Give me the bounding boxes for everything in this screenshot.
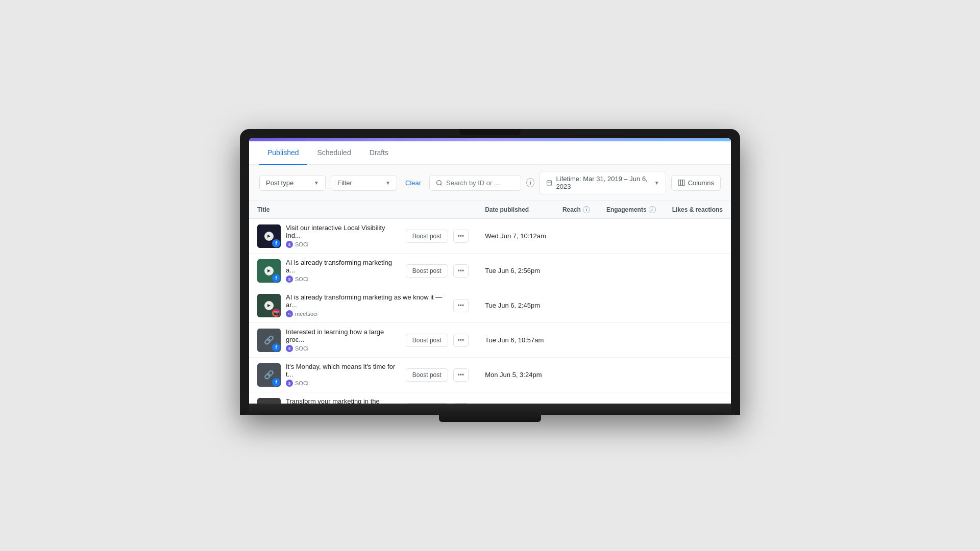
likes-cell-0: [664, 219, 731, 254]
post-account: S SOCi: [286, 241, 401, 248]
laptop-wrapper: Published Scheduled Drafts Post type ▼: [240, 129, 740, 422]
likes-cell-5: [664, 392, 731, 404]
app-container: Published Scheduled Drafts Post type ▼: [249, 138, 731, 404]
filter-dropdown[interactable]: Filter ▼: [331, 175, 397, 191]
info-icon[interactable]: i: [526, 178, 534, 187]
col-likes-reactions: Likes & reactions: [664, 201, 731, 219]
post-cell-4: 🔗 f It's Monday, which means it's time f…: [249, 358, 477, 392]
post-title: Transform your marketing in the manuf...: [286, 397, 401, 404]
soci-logo: S: [286, 241, 293, 248]
more-options-button[interactable]: •••: [453, 230, 469, 243]
more-options-button[interactable]: •••: [453, 299, 469, 312]
svg-point-0: [437, 180, 442, 185]
engagements-cell-5: [598, 392, 664, 404]
table-row: 🔗 f It's Monday, which means it's time f…: [249, 358, 731, 392]
date-cell-3: Tue Jun 6, 10:57am: [477, 323, 554, 358]
svg-rect-6: [678, 180, 680, 186]
post-info: AI is already transforming marketing a..…: [286, 259, 401, 283]
table-header-row: Title Date published Reach i: [249, 201, 731, 219]
chevron-down-icon: ▼: [314, 180, 319, 186]
soci-logo: S: [286, 345, 293, 352]
post-title: Visit our interactive Local Visibility I…: [286, 224, 401, 239]
more-options-button[interactable]: •••: [453, 334, 469, 347]
date-cell-4: Mon Jun 5, 3:24pm: [477, 358, 554, 392]
date-published: Tue Jun 6, 2:56pm: [485, 267, 540, 274]
table-row: ▶ f AI is already transforming marketing…: [249, 254, 731, 288]
post-cell-2: ▶ 📷 AI is already transforming marketing…: [249, 288, 477, 323]
engagements-info-icon[interactable]: i: [649, 206, 656, 213]
boost-post-button[interactable]: Boost post: [406, 230, 448, 243]
post-thumbnail: ▶ 📷: [257, 294, 281, 317]
post-title: AI is already transforming marketing as …: [286, 293, 448, 309]
calendar-icon: [546, 179, 552, 186]
tab-published[interactable]: Published: [259, 141, 307, 165]
table-row: ▶ f Visit our interactive Local Visibili…: [249, 219, 731, 254]
post-account: S SOCi: [286, 276, 401, 283]
svg-line-1: [440, 184, 442, 185]
svg-rect-8: [682, 180, 684, 186]
date-published: Mon Jun 5, 3:24pm: [485, 371, 542, 379]
likes-cell-3: [664, 323, 731, 358]
tab-scheduled[interactable]: Scheduled: [309, 141, 359, 165]
filters-row: Post type ▼ Filter ▼ Clear Search by ID …: [249, 165, 731, 201]
date-range-button[interactable]: Lifetime: Mar 31, 2019 – Jun 6, 2023 ▼: [540, 171, 666, 194]
account-name: SOCi: [295, 241, 308, 247]
post-info: AI is already transforming marketing as …: [286, 293, 448, 317]
post-thumbnail: ▶ f: [257, 259, 281, 283]
boost-post-button[interactable]: Boost post: [406, 403, 448, 404]
post-thumbnail: 🖼 f: [257, 398, 281, 404]
posts-table: Title Date published Reach i: [249, 201, 731, 404]
soci-logo: S: [286, 276, 293, 283]
facebook-badge: f: [272, 378, 280, 386]
date-cell-5: Mon Jun 5, 10:56am: [477, 392, 554, 404]
post-cell-3: 🔗 f Interested in learning how a large g…: [249, 323, 477, 358]
tab-drafts[interactable]: Drafts: [361, 141, 397, 165]
date-published: Tue Jun 6, 2:45pm: [485, 302, 540, 309]
columns-icon: [678, 179, 685, 186]
boost-post-button[interactable]: Boost post: [406, 264, 448, 278]
search-box[interactable]: Search by ID or ...: [429, 175, 521, 191]
boost-post-button[interactable]: Boost post: [406, 368, 448, 382]
post-cell-0: ▶ f Visit our interactive Local Visibili…: [249, 219, 477, 254]
chevron-down-icon: ▼: [654, 180, 659, 186]
facebook-badge: f: [272, 343, 280, 352]
reach-cell-2: [554, 288, 598, 323]
facebook-badge: f: [272, 274, 280, 282]
post-info: Visit our interactive Local Visibility I…: [286, 224, 401, 248]
more-options-button[interactable]: •••: [453, 264, 469, 278]
table-body: ▶ f Visit our interactive Local Visibili…: [249, 219, 731, 404]
likes-cell-2: [664, 288, 731, 323]
table-row: 🔗 f Interested in learning how a large g…: [249, 323, 731, 358]
clear-button[interactable]: Clear: [402, 177, 424, 189]
laptop-body: Published Scheduled Drafts Post type ▼: [240, 129, 740, 415]
post-title: Interested in learning how a large groc.…: [286, 328, 401, 343]
reach-info-icon[interactable]: i: [583, 206, 590, 213]
account-name: SOCi: [295, 345, 308, 352]
date-cell-2: Tue Jun 6, 2:45pm: [477, 288, 554, 323]
soci-logo: S: [286, 310, 293, 317]
reach-cell-4: [554, 358, 598, 392]
search-icon: [436, 180, 443, 186]
post-title: It's Monday, which means it's time for t…: [286, 363, 401, 378]
date-published: Tue Jun 6, 10:57am: [485, 336, 544, 344]
reach-cell-5: [554, 392, 598, 404]
table-container: Title Date published Reach i: [249, 201, 731, 404]
link-icon: 🔗: [264, 370, 274, 380]
more-options-button[interactable]: •••: [453, 368, 469, 382]
post-thumbnail: ▶ f: [257, 224, 281, 248]
columns-button[interactable]: Columns: [671, 175, 721, 191]
table-row: 🖼 f Transform your marketing in the manu…: [249, 392, 731, 404]
account-name: SOCi: [295, 276, 308, 282]
link-icon: 🔗: [264, 335, 274, 345]
boost-post-button[interactable]: Boost post: [406, 334, 448, 347]
post-info: Transform your marketing in the manuf...…: [286, 397, 401, 404]
col-engagements: Engagements i: [598, 201, 664, 219]
post-type-dropdown[interactable]: Post type ▼: [259, 175, 326, 191]
play-icon: ▶: [264, 301, 274, 310]
laptop-notch: [459, 129, 521, 135]
col-reach: Reach i: [554, 201, 598, 219]
more-options-button[interactable]: •••: [453, 403, 469, 404]
engagements-cell-2: [598, 288, 664, 323]
svg-rect-2: [547, 181, 552, 185]
soci-logo: S: [286, 380, 293, 387]
